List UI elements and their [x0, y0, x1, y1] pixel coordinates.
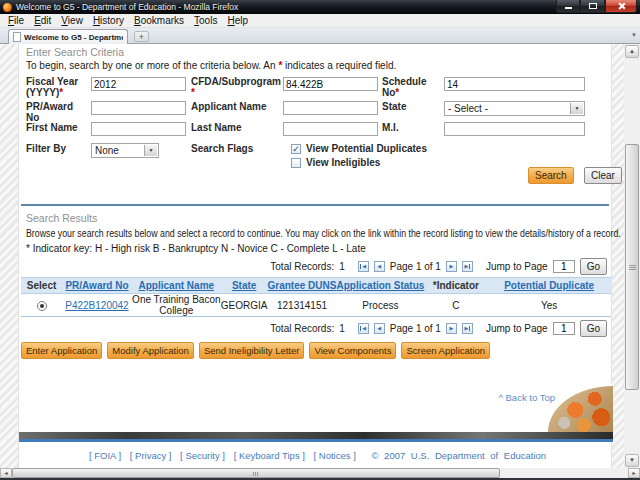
last-page-icon: ▶ [465, 264, 469, 269]
first-page-button[interactable]: ◀ [358, 261, 369, 272]
total-records-label: Total Records: [270, 323, 334, 334]
menu-edit[interactable]: Edit [29, 14, 56, 27]
filter-by-select-value: None [95, 145, 119, 156]
search-button[interactable]: Search [528, 167, 574, 184]
filter-by-select[interactable]: None ▼ [91, 143, 159, 158]
window-controls [556, 0, 637, 13]
fiscal-year-input[interactable] [91, 77, 186, 91]
page-indicator: Page 1 of 1 [390, 261, 441, 272]
privacy-link[interactable]: [ Privacy ] [130, 450, 172, 461]
scroll-down-button[interactable]: ▼ [625, 454, 639, 467]
back-to-top-link[interactable]: ^ Back to Top [498, 392, 555, 403]
form-buttons-row: Search Clear [19, 167, 613, 187]
fiscal-year-label: Fiscal Year (YYYY)* [26, 76, 88, 98]
view-components-button[interactable]: View Components [309, 342, 396, 359]
row-state-cell: GEORGIA [221, 294, 268, 317]
next-page-button[interactable]: ▶ [446, 323, 457, 334]
cfda-subprogram-input[interactable] [283, 77, 378, 91]
search-criteria-instructions: To begin, search by one or more of the c… [26, 60, 396, 71]
maximize-icon [589, 3, 597, 9]
chevron-down-icon[interactable]: ▼ [144, 145, 157, 156]
schedule-no-input[interactable] [444, 77, 585, 91]
menu-tools[interactable]: Tools [189, 14, 222, 27]
pr-award-link[interactable]: P422B120042 [65, 300, 128, 311]
search-results-description: Browse your search results below and sel… [26, 228, 621, 239]
header-select: Select [21, 278, 62, 294]
send-ineligibility-letter-button[interactable]: Send Ineligibility Letter [199, 342, 305, 359]
section-divider [21, 204, 609, 206]
next-page-button[interactable]: ▶ [446, 261, 457, 272]
last-page-button[interactable]: ▶ [462, 323, 473, 334]
view-ineligibles-checkbox[interactable] [291, 158, 301, 168]
security-link[interactable]: [ Security ] [180, 450, 225, 461]
menu-view[interactable]: View [56, 14, 88, 27]
tab-welcome-g5[interactable]: Welcome to G5 - Department of Edu... [8, 29, 128, 44]
enter-application-button[interactable]: Enter Application [21, 342, 102, 359]
search-results-table: Select PR/Award No Applicant Name State … [21, 277, 611, 317]
filter-by-label: Filter By [26, 143, 88, 154]
horizontal-scrollbar-thumb[interactable] [12, 468, 500, 478]
vertical-scrollbar[interactable]: ▲ ▼ [624, 44, 640, 468]
previous-page-button[interactable]: ◀ [374, 261, 385, 272]
last-name-input[interactable] [283, 122, 378, 136]
scroll-up-button[interactable]: ▲ [625, 45, 639, 58]
clear-button[interactable]: Clear [584, 167, 622, 184]
first-name-input[interactable] [91, 122, 186, 136]
horizontal-scrollbar[interactable]: ◄ ► [0, 468, 640, 478]
menu-file[interactable]: File [3, 14, 29, 27]
maximize-button[interactable] [580, 0, 605, 13]
row-select-cell [21, 294, 62, 317]
state-select[interactable]: - Select - ▼ [444, 101, 585, 116]
window-title: Welcome to G5 - Department of Education … [16, 0, 238, 14]
pagination-bottom: Total Records: 1 ◀ ◀ Page 1 of 1 ▶ ▶ Jum… [270, 320, 607, 337]
header-grantee-duns[interactable]: Grantee DUNS [268, 278, 337, 294]
pr-award-no-input[interactable] [91, 101, 186, 115]
go-button[interactable]: Go [580, 258, 607, 275]
header-applicant-name[interactable]: Applicant Name [132, 278, 221, 294]
keyboard-tips-link[interactable]: [ Keyboard Tips ] [234, 450, 305, 461]
row-indicator-cell: C [424, 294, 487, 317]
first-page-icon: ◀ [362, 264, 366, 269]
header-potential-duplicate[interactable]: Potential Duplicate [487, 278, 611, 294]
menu-history[interactable]: History [88, 14, 129, 27]
scroll-right-button[interactable]: ► [628, 468, 640, 478]
list-all-tabs-button[interactable]: ▼ [631, 32, 637, 38]
foia-link[interactable]: [ FOIA ] [89, 450, 121, 461]
screen-application-button[interactable]: Screen Application [401, 342, 490, 359]
minimize-button[interactable] [556, 0, 580, 13]
mi-input[interactable] [444, 122, 585, 136]
jump-to-page-input[interactable] [553, 322, 575, 335]
first-page-button[interactable]: ◀ [358, 323, 369, 334]
notices-link[interactable]: [ Notices ] [314, 450, 356, 461]
search-criteria-heading: Enter Search Criteria [26, 46, 124, 58]
header-pr-award-no[interactable]: PR/Award No [62, 278, 132, 294]
menu-help[interactable]: Help [222, 14, 253, 27]
vertical-scrollbar-thumb[interactable] [625, 144, 639, 390]
applicant-name-input[interactable] [283, 101, 378, 115]
first-page-icon: ◀ [362, 326, 366, 331]
last-page-button[interactable]: ▶ [462, 261, 473, 272]
new-tab-button[interactable]: + [134, 31, 149, 42]
header-state[interactable]: State [221, 278, 268, 294]
row-radio-button[interactable] [37, 301, 47, 311]
header-application-status[interactable]: Application Status [336, 278, 424, 294]
header-indicator: *Indicator [424, 278, 487, 294]
close-button[interactable] [605, 0, 637, 13]
close-icon [617, 2, 625, 10]
cfda-subprogram-label: CFDA/Subprogram * [191, 76, 283, 98]
go-button[interactable]: Go [580, 320, 607, 337]
previous-page-button[interactable]: ◀ [374, 323, 385, 334]
scroll-left-button[interactable]: ◄ [0, 468, 12, 478]
last-page-icon: ▶ [465, 326, 469, 331]
form-row-3: First Name Last Name M.I. [19, 122, 613, 142]
first-name-label: First Name [26, 122, 88, 133]
chevron-down-icon[interactable]: ▼ [570, 103, 583, 114]
previous-page-icon: ◀ [377, 326, 381, 331]
row-applicant-cell: One Training Bacon College [132, 294, 221, 317]
view-potential-duplicates-checkbox[interactable]: ✓ [291, 144, 301, 154]
page-icon [13, 32, 21, 42]
menu-bookmarks[interactable]: Bookmarks [129, 14, 189, 27]
footer-dark-bar [19, 432, 613, 439]
modify-application-button[interactable]: Modify Application [107, 342, 194, 359]
jump-to-page-input[interactable] [553, 260, 575, 273]
